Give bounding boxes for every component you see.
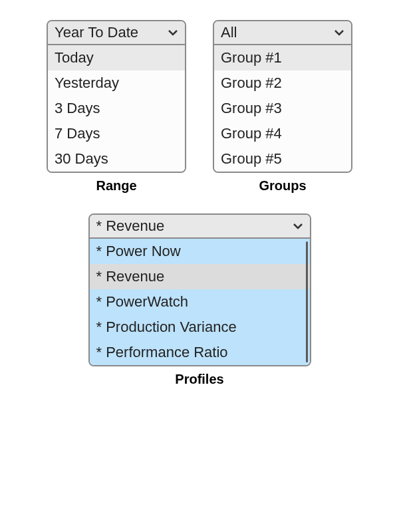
- groups-group: All Group #1 Group #2 Group #3 Group #4 …: [213, 20, 352, 194]
- groups-option-4[interactable]: Group #4: [214, 121, 351, 146]
- groups-option-list: Group #1 Group #2 Group #3 Group #4 Grou…: [214, 45, 351, 172]
- profiles-option-list: * Power Now * Revenue * PowerWatch * Pro…: [90, 239, 310, 365]
- profiles-option-power-now[interactable]: * Power Now: [90, 239, 310, 264]
- profiles-selected-text: * Revenue: [96, 217, 165, 235]
- profiles-option-production-variance[interactable]: * Production Variance: [90, 315, 310, 340]
- chevron-down-icon: [334, 29, 344, 37]
- groups-option-5[interactable]: Group #5: [214, 146, 351, 172]
- range-option-3days[interactable]: 3 Days: [48, 96, 185, 121]
- range-dropdown-toggle[interactable]: Year To Date: [48, 21, 185, 45]
- chevron-down-icon: [293, 222, 303, 230]
- range-label: Range: [96, 178, 136, 194]
- range-option-list: Today Yesterday 3 Days 7 Days 30 Days: [48, 45, 185, 172]
- groups-dropdown-toggle[interactable]: All: [214, 21, 351, 45]
- range-group: Year To Date Today Yesterday 3 Days 7 Da…: [47, 20, 186, 194]
- groups-option-3[interactable]: Group #3: [214, 96, 351, 121]
- range-option-7days[interactable]: 7 Days: [48, 121, 185, 146]
- profiles-option-powerwatch[interactable]: * PowerWatch: [90, 289, 310, 315]
- scrollbar[interactable]: [306, 241, 308, 362]
- profiles-label: Profiles: [175, 372, 223, 387]
- chevron-down-icon: [168, 29, 178, 37]
- profiles-dropdown-toggle[interactable]: * Revenue: [90, 215, 310, 239]
- range-option-yesterday[interactable]: Yesterday: [48, 70, 185, 96]
- profiles-option-performance-ratio[interactable]: * Performance Ratio: [90, 340, 310, 365]
- range-dropdown: Year To Date Today Yesterday 3 Days 7 Da…: [47, 20, 186, 173]
- profiles-option-revenue[interactable]: * Revenue: [90, 264, 310, 289]
- groups-option-2[interactable]: Group #2: [214, 70, 351, 96]
- profiles-group: * Revenue * Power Now * Revenue * PowerW…: [88, 213, 311, 387]
- range-selected-text: Year To Date: [55, 24, 138, 41]
- groups-label: Groups: [259, 178, 306, 194]
- range-option-today[interactable]: Today: [48, 45, 185, 70]
- profiles-dropdown: * Revenue * Power Now * Revenue * PowerW…: [88, 213, 311, 366]
- groups-dropdown: All Group #1 Group #2 Group #3 Group #4 …: [213, 20, 352, 173]
- groups-option-1[interactable]: Group #1: [214, 45, 351, 70]
- groups-selected-text: All: [221, 24, 237, 41]
- range-option-30days[interactable]: 30 Days: [48, 146, 185, 172]
